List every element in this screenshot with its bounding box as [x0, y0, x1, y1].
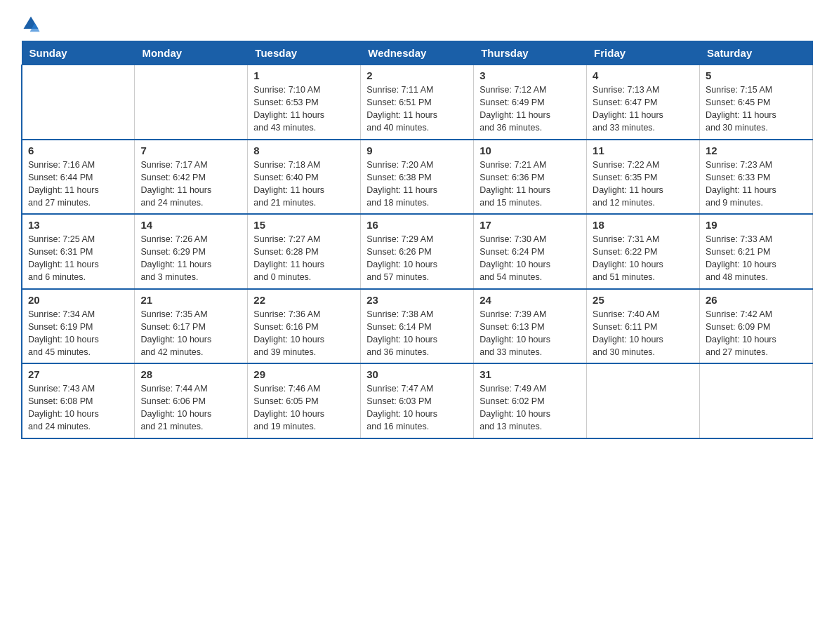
calendar-week-row: 13Sunrise: 7:25 AM Sunset: 6:31 PM Dayli… [22, 214, 813, 289]
calendar-cell: 2Sunrise: 7:11 AM Sunset: 6:51 PM Daylig… [361, 65, 474, 140]
calendar-cell: 9Sunrise: 7:20 AM Sunset: 6:38 PM Daylig… [361, 140, 474, 215]
calendar-cell: 25Sunrise: 7:40 AM Sunset: 6:11 PM Dayli… [587, 289, 700, 364]
day-number: 1 [253, 69, 355, 81]
day-info: Sunrise: 7:34 AM Sunset: 6:19 PM Dayligh… [28, 308, 128, 359]
day-number: 25 [593, 294, 694, 306]
day-number: 4 [593, 69, 694, 81]
day-info: Sunrise: 7:42 AM Sunset: 6:09 PM Dayligh… [706, 308, 807, 359]
day-number: 16 [366, 219, 468, 231]
calendar-week-row: 6Sunrise: 7:16 AM Sunset: 6:44 PM Daylig… [22, 140, 813, 215]
weekday-header-wednesday: Wednesday [361, 41, 474, 65]
calendar-cell: 26Sunrise: 7:42 AM Sunset: 6:09 PM Dayli… [700, 289, 813, 364]
logo-icon [21, 14, 41, 34]
day-number: 10 [479, 145, 581, 156]
day-info: Sunrise: 7:20 AM Sunset: 6:38 PM Dayligh… [366, 159, 468, 210]
calendar-cell: 11Sunrise: 7:22 AM Sunset: 6:35 PM Dayli… [587, 140, 700, 215]
day-number: 8 [253, 145, 355, 156]
calendar-cell: 18Sunrise: 7:31 AM Sunset: 6:22 PM Dayli… [587, 214, 700, 289]
day-number: 24 [479, 294, 581, 306]
day-info: Sunrise: 7:36 AM Sunset: 6:16 PM Dayligh… [253, 308, 355, 359]
calendar-cell: 1Sunrise: 7:10 AM Sunset: 6:53 PM Daylig… [248, 65, 361, 140]
day-info: Sunrise: 7:16 AM Sunset: 6:44 PM Dayligh… [28, 159, 128, 210]
calendar-cell: 5Sunrise: 7:15 AM Sunset: 6:45 PM Daylig… [700, 65, 813, 140]
weekday-header-sunday: Sunday [22, 41, 135, 65]
day-info: Sunrise: 7:30 AM Sunset: 6:24 PM Dayligh… [479, 233, 581, 284]
day-number: 31 [479, 368, 581, 380]
calendar-cell: 23Sunrise: 7:38 AM Sunset: 6:14 PM Dayli… [361, 289, 474, 364]
calendar-cell [587, 363, 700, 438]
calendar-cell: 29Sunrise: 7:46 AM Sunset: 6:05 PM Dayli… [248, 363, 361, 438]
day-number: 5 [706, 69, 807, 81]
calendar-week-row: 27Sunrise: 7:43 AM Sunset: 6:08 PM Dayli… [22, 363, 813, 438]
calendar-week-row: 1Sunrise: 7:10 AM Sunset: 6:53 PM Daylig… [22, 65, 813, 140]
weekday-header-saturday: Saturday [700, 41, 813, 65]
day-number: 14 [140, 219, 241, 231]
calendar-cell: 19Sunrise: 7:33 AM Sunset: 6:21 PM Dayli… [700, 214, 813, 289]
day-info: Sunrise: 7:39 AM Sunset: 6:13 PM Dayligh… [479, 308, 581, 359]
day-number: 22 [253, 294, 355, 306]
day-number: 28 [140, 368, 241, 380]
day-info: Sunrise: 7:44 AM Sunset: 6:06 PM Dayligh… [140, 382, 241, 434]
day-number: 27 [28, 368, 128, 380]
day-number: 23 [366, 294, 468, 306]
calendar-cell [700, 363, 813, 438]
calendar-table: SundayMondayTuesdayWednesdayThursdayFrid… [21, 41, 813, 439]
weekday-header-monday: Monday [135, 41, 248, 65]
calendar-cell: 22Sunrise: 7:36 AM Sunset: 6:16 PM Dayli… [248, 289, 361, 364]
day-info: Sunrise: 7:33 AM Sunset: 6:21 PM Dayligh… [706, 233, 807, 284]
day-info: Sunrise: 7:49 AM Sunset: 6:02 PM Dayligh… [479, 382, 581, 434]
calendar-cell: 14Sunrise: 7:26 AM Sunset: 6:29 PM Dayli… [135, 214, 248, 289]
day-info: Sunrise: 7:27 AM Sunset: 6:28 PM Dayligh… [253, 233, 355, 284]
calendar-cell: 8Sunrise: 7:18 AM Sunset: 6:40 PM Daylig… [248, 140, 361, 215]
day-info: Sunrise: 7:18 AM Sunset: 6:40 PM Dayligh… [253, 159, 355, 210]
weekday-header-thursday: Thursday [474, 41, 587, 65]
day-info: Sunrise: 7:25 AM Sunset: 6:31 PM Dayligh… [28, 233, 128, 284]
day-info: Sunrise: 7:12 AM Sunset: 6:49 PM Dayligh… [479, 83, 581, 135]
day-number: 21 [140, 294, 241, 306]
day-number: 30 [366, 368, 468, 380]
day-info: Sunrise: 7:26 AM Sunset: 6:29 PM Dayligh… [140, 233, 241, 284]
day-number: 19 [706, 219, 807, 231]
day-number: 18 [593, 219, 694, 231]
day-info: Sunrise: 7:31 AM Sunset: 6:22 PM Dayligh… [593, 233, 694, 284]
day-info: Sunrise: 7:15 AM Sunset: 6:45 PM Dayligh… [706, 83, 807, 135]
day-number: 9 [366, 145, 468, 156]
calendar-week-row: 20Sunrise: 7:34 AM Sunset: 6:19 PM Dayli… [22, 289, 813, 364]
calendar-cell: 13Sunrise: 7:25 AM Sunset: 6:31 PM Dayli… [22, 214, 135, 289]
calendar-cell [135, 65, 248, 140]
weekday-header-row: SundayMondayTuesdayWednesdayThursdayFrid… [22, 41, 813, 65]
day-number: 11 [593, 145, 694, 156]
day-number: 17 [479, 219, 581, 231]
calendar-cell: 17Sunrise: 7:30 AM Sunset: 6:24 PM Dayli… [474, 214, 587, 289]
day-info: Sunrise: 7:10 AM Sunset: 6:53 PM Dayligh… [253, 83, 355, 135]
calendar-cell: 12Sunrise: 7:23 AM Sunset: 6:33 PM Dayli… [700, 140, 813, 215]
day-info: Sunrise: 7:21 AM Sunset: 6:36 PM Dayligh… [479, 159, 581, 210]
day-info: Sunrise: 7:23 AM Sunset: 6:33 PM Dayligh… [706, 159, 807, 210]
day-number: 12 [706, 145, 807, 156]
calendar-cell: 27Sunrise: 7:43 AM Sunset: 6:08 PM Dayli… [22, 363, 135, 438]
day-number: 15 [253, 219, 355, 231]
calendar-cell: 21Sunrise: 7:35 AM Sunset: 6:17 PM Dayli… [135, 289, 248, 364]
day-info: Sunrise: 7:38 AM Sunset: 6:14 PM Dayligh… [366, 308, 468, 359]
calendar-cell: 3Sunrise: 7:12 AM Sunset: 6:49 PM Daylig… [474, 65, 587, 140]
day-info: Sunrise: 7:29 AM Sunset: 6:26 PM Dayligh… [366, 233, 468, 284]
day-number: 6 [28, 145, 128, 156]
calendar-cell: 20Sunrise: 7:34 AM Sunset: 6:19 PM Dayli… [22, 289, 135, 364]
day-number: 29 [253, 368, 355, 380]
calendar-cell: 15Sunrise: 7:27 AM Sunset: 6:28 PM Dayli… [248, 214, 361, 289]
calendar-cell: 16Sunrise: 7:29 AM Sunset: 6:26 PM Dayli… [361, 214, 474, 289]
day-info: Sunrise: 7:22 AM Sunset: 6:35 PM Dayligh… [593, 159, 694, 210]
calendar-cell [22, 65, 135, 140]
day-info: Sunrise: 7:43 AM Sunset: 6:08 PM Dayligh… [28, 382, 128, 434]
calendar-cell: 6Sunrise: 7:16 AM Sunset: 6:44 PM Daylig… [22, 140, 135, 215]
day-number: 13 [28, 219, 128, 231]
day-info: Sunrise: 7:13 AM Sunset: 6:47 PM Dayligh… [593, 83, 694, 135]
calendar-cell: 30Sunrise: 7:47 AM Sunset: 6:03 PM Dayli… [361, 363, 474, 438]
day-number: 20 [28, 294, 128, 306]
day-info: Sunrise: 7:40 AM Sunset: 6:11 PM Dayligh… [593, 308, 694, 359]
weekday-header-tuesday: Tuesday [248, 41, 361, 65]
weekday-header-friday: Friday [587, 41, 700, 65]
day-number: 7 [140, 145, 241, 156]
day-number: 26 [706, 294, 807, 306]
day-info: Sunrise: 7:47 AM Sunset: 6:03 PM Dayligh… [366, 382, 468, 434]
